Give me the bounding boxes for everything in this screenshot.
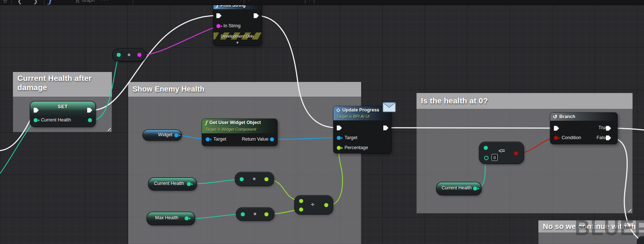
node-title: Update Progress bbox=[342, 107, 379, 113]
exec-wire-updateprogress-to-branch[interactable] bbox=[388, 128, 554, 128]
widget-variable-node[interactable]: Widget bbox=[143, 130, 181, 140]
node-title: Get User Widget Object bbox=[209, 120, 261, 125]
collapse-chevron-icon[interactable]: ▼ bbox=[213, 41, 261, 45]
conversion-dot-icon bbox=[253, 178, 256, 180]
conversion-out-pin[interactable] bbox=[264, 212, 268, 216]
conversion-dot-icon bbox=[254, 213, 256, 215]
exec-in-pin[interactable] bbox=[216, 13, 222, 18]
current-health-out-pin[interactable] bbox=[473, 186, 477, 190]
pin-label: In String bbox=[223, 23, 241, 28]
variable-label: Widget bbox=[158, 132, 172, 137]
pin-label: Return Value bbox=[242, 137, 268, 142]
less-equal-symbol: <= bbox=[499, 148, 505, 154]
exec-in-pin[interactable] bbox=[554, 126, 559, 131]
pin-label: Current Health bbox=[41, 117, 71, 123]
variable-label: Max Health bbox=[155, 215, 178, 220]
false-exec-out-pin[interactable] bbox=[606, 135, 611, 140]
interface-diamond-icon: ◇ bbox=[336, 107, 340, 113]
pin-label: Target bbox=[345, 135, 357, 140]
breadcrumb-fragment: ｜ · ｜ bbox=[303, 0, 316, 4]
branch-node[interactable]: ↺ Branch True Condition False bbox=[550, 113, 617, 144]
variable-label: Current Health bbox=[442, 185, 472, 190]
development-only-banner: Development Only bbox=[213, 32, 261, 39]
current-health-variable-node[interactable]: Current Health bbox=[436, 182, 481, 195]
function-icon: ƒ bbox=[205, 120, 207, 126]
max-health-out-pin[interactable] bbox=[185, 216, 189, 220]
toolbar-separator bbox=[11, 0, 12, 5]
int-to-float-conversion-node[interactable] bbox=[235, 172, 274, 186]
current-health-out-pin[interactable] bbox=[187, 182, 191, 186]
node-title: SET bbox=[30, 104, 95, 109]
breadcrumb-fragment: ·｜ · bbox=[240, 0, 249, 4]
condition-pin[interactable] bbox=[554, 136, 558, 140]
node-subtitle: Target is Widget Component bbox=[205, 127, 256, 131]
return-value-pin[interactable] bbox=[270, 137, 274, 141]
conversion-dot-icon bbox=[128, 54, 130, 56]
exec-out-pin[interactable] bbox=[254, 13, 259, 18]
exec-in-pin[interactable] bbox=[337, 126, 342, 130]
forward-icon[interactable]: ❯ bbox=[33, 0, 38, 4]
compare-in-b-pin[interactable] bbox=[484, 156, 489, 160]
divide-in-b-pin[interactable] bbox=[299, 207, 303, 212]
pin-label: Condition bbox=[562, 135, 581, 140]
update-progress-node[interactable]: ◇ Update Progress Target is BPI AI UI Ta… bbox=[333, 106, 391, 153]
conversion-out-pin[interactable] bbox=[264, 177, 268, 181]
comment-is-health-at-zero[interactable]: Is the health at 0? bbox=[417, 93, 633, 213]
message-envelope-icon bbox=[383, 102, 396, 112]
comment-title[interactable]: Current Health after damage bbox=[13, 72, 112, 97]
less-equal-node[interactable]: 0 <= bbox=[479, 142, 524, 164]
divide-symbol: ÷ bbox=[311, 201, 314, 208]
variable-label: Current Health bbox=[154, 181, 184, 186]
branch-icon: ↺ bbox=[553, 114, 557, 120]
node-title: Branch bbox=[559, 114, 575, 119]
print-string-node[interactable]: ƒ Print String In String Development Onl… bbox=[213, 1, 261, 45]
max-health-variable-node[interactable]: Max Health bbox=[147, 212, 195, 225]
bookmark-star-icon[interactable]: ☆ bbox=[3, 0, 7, 4]
set-current-health-node[interactable]: SET Current Health bbox=[30, 102, 95, 127]
target-pin[interactable] bbox=[206, 137, 210, 141]
conversion-out-pin[interactable] bbox=[137, 53, 141, 57]
compare-in-a-pin[interactable] bbox=[484, 146, 488, 150]
comment-title[interactable]: Is the health at 0? bbox=[417, 93, 633, 109]
function-icon[interactable]: ƒ bbox=[48, 0, 51, 5]
toolbar-strip: ☆ ❮ ❯ ƒ y[ ·braph · · · ·｜ · ｜ · ｜ bbox=[0, 0, 644, 5]
output-value-pin[interactable] bbox=[88, 118, 92, 122]
node-header[interactable]: ƒ Get User Widget Object Target is Widge… bbox=[202, 119, 277, 133]
target-pin[interactable] bbox=[337, 136, 341, 140]
blueprint-graph-canvas[interactable]: ☆ ❮ ❯ ƒ y[ ·braph · · · ·｜ · ｜ · ｜ BLUEP… bbox=[0, 0, 644, 244]
pin-label: Percentage bbox=[345, 145, 368, 150]
node-subtitle: Target is BPI AI UI bbox=[336, 114, 370, 118]
breadcrumb-fragment: y[ ·braph bbox=[76, 0, 95, 3]
true-exec-out-pin[interactable] bbox=[606, 126, 611, 131]
conversion-in-pin[interactable] bbox=[240, 177, 244, 181]
percentage-pin[interactable] bbox=[337, 146, 341, 150]
literal-value-box[interactable]: 0 bbox=[491, 154, 498, 161]
to-string-conversion-node[interactable] bbox=[113, 49, 146, 61]
compare-result-pin[interactable] bbox=[514, 151, 518, 155]
current-health-variable-node[interactable]: Current Health bbox=[148, 178, 196, 190]
comment-body[interactable] bbox=[538, 233, 644, 244]
get-user-widget-object-node[interactable]: ƒ Get User Widget Object Target is Widge… bbox=[202, 119, 277, 146]
int-to-float-conversion-node[interactable] bbox=[236, 208, 274, 220]
toolbar-separator bbox=[133, 0, 133, 5]
in-string-pin[interactable] bbox=[216, 24, 220, 28]
divide-node[interactable]: ÷ bbox=[295, 196, 333, 214]
conversion-in-pin[interactable] bbox=[241, 212, 245, 216]
back-icon[interactable]: ❮ bbox=[17, 0, 22, 4]
breadcrumb-fragment: · · · bbox=[100, 0, 108, 3]
node-header[interactable]: ↺ Branch bbox=[550, 113, 617, 121]
comment-title[interactable]: Show Enemy Health bbox=[128, 82, 361, 97]
toolbar-separator bbox=[44, 0, 44, 5]
current-health-in-pin[interactable] bbox=[34, 118, 38, 122]
divide-in-a-pin[interactable] bbox=[299, 199, 303, 203]
widget-out-pin[interactable] bbox=[174, 133, 178, 137]
exec-out-pin[interactable] bbox=[383, 126, 388, 130]
pin-label: Target bbox=[213, 137, 226, 142]
conversion-in-pin[interactable] bbox=[117, 53, 121, 57]
divide-out-pin[interactable] bbox=[324, 203, 328, 207]
